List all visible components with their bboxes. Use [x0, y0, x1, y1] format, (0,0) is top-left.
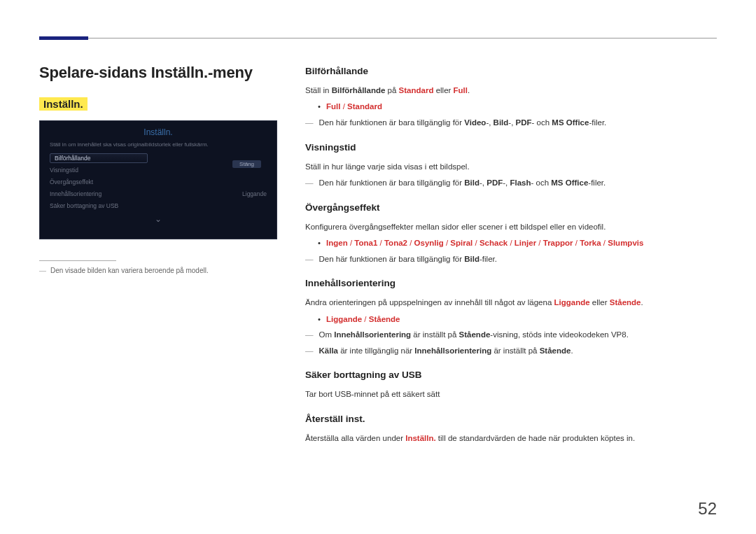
highlight-label: Inställn.: [39, 97, 88, 111]
note: Den här funktionen är bara tillgänglig f…: [305, 176, 717, 190]
note: Källa är inte tillgänglig när Innehållso…: [305, 344, 717, 358]
divider: [39, 260, 116, 261]
section-heading: Innehållsorientering: [305, 276, 717, 292]
note: Den här funktionen är bara tillgänglig f…: [305, 116, 717, 130]
header-rule: [39, 38, 717, 38]
section-heading: Visningstid: [305, 140, 717, 156]
sc-title: Inställn.: [40, 121, 276, 141]
body-text: Ställ in hur länge varje sida visas i et…: [305, 160, 717, 174]
section-heading: Bilförhållande: [305, 64, 717, 80]
content-column: Bilförhållande Ställ in Bilförhållande p…: [305, 64, 717, 448]
option-list: Ingen / Tona1 / Tona2 / Osynlig / Spiral…: [305, 237, 717, 251]
option-list: Liggande / Stående: [305, 313, 717, 327]
section-heading: Säker borttagning av USB: [305, 367, 717, 384]
sc-row: Säker borttagning av USB: [40, 199, 276, 211]
note: Om Innehållsorientering är inställt på S…: [305, 328, 717, 342]
section-heading: Övergångseffekt: [305, 200, 717, 216]
settings-screenshot: Inställn. Ställ in om innehållet ska vis…: [39, 120, 277, 239]
note: Den här funktionen är bara tillgänglig f…: [305, 253, 717, 267]
sc-row: Visningstid: [40, 164, 276, 176]
body-text: Ställ in Bilförhållande på Standard elle…: [305, 84, 717, 98]
section-heading: Återställ inst.: [305, 412, 717, 428]
chevron-down-icon: ⌄: [40, 211, 276, 224]
sc-subtitle: Ställ in om innehållet ska visas origina…: [40, 141, 276, 152]
body-text: Konfigurera övergångseffekter mellan sid…: [305, 220, 717, 234]
page-number: 52: [698, 499, 717, 519]
page-title: Spelare-sidans Inställn.-meny: [39, 64, 277, 82]
option-list: Full / Standard: [305, 100, 717, 114]
body-text: Tar bort USB-minnet på ett säkert sätt: [305, 388, 717, 402]
image-disclaimer: Den visade bilden kan variera beroende p…: [39, 267, 277, 274]
body-text: Återställa alla värden under Inställn. t…: [305, 432, 717, 446]
body-text: Ändra orienteringen på uppspelningen av …: [305, 296, 717, 310]
sc-row: Övergångseffekt: [40, 176, 276, 188]
sc-row: InnehållsorienteringLiggande: [40, 188, 276, 199]
